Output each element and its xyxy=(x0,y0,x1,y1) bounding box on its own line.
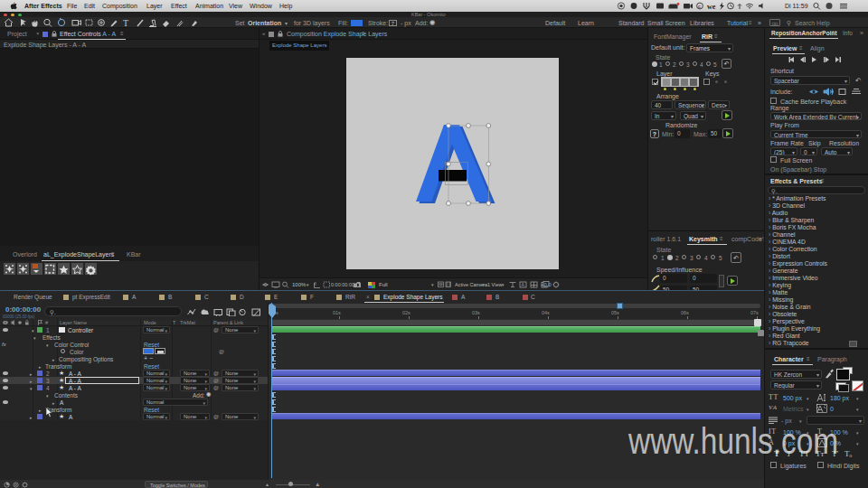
svg-text:T: T xyxy=(123,18,128,28)
svg-text:c: c xyxy=(698,4,701,9)
svg-text:we: we xyxy=(707,3,716,11)
svg-text:A: A xyxy=(522,282,525,287)
